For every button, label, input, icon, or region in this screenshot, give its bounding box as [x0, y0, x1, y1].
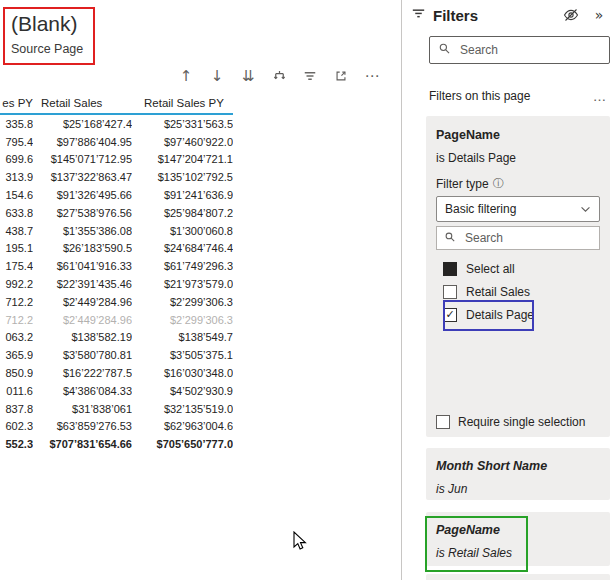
table-row[interactable]: 063.2$138’582.19$138’549.7 — [0, 329, 233, 347]
table-cell: $1’355’386.08 — [33, 225, 132, 237]
filter-state-text: is Jun — [436, 482, 600, 496]
table-cell: $705’650’777.0 — [132, 438, 233, 450]
table-cell: 795.4 — [0, 136, 33, 148]
expand-all-levels-icon[interactable] — [271, 68, 287, 84]
table-row[interactable]: 438.7$1’355’386.08$1’300’060.8 — [0, 222, 233, 240]
table-cell: $138’582.19 — [33, 331, 132, 343]
focus-mode-icon[interactable] — [333, 68, 349, 84]
table-cell: $135’102’792.5 — [132, 171, 233, 183]
table-row[interactable]: 699.6$145’071’712.95$147’204’721.1 — [0, 151, 233, 169]
go-to-next-level-icon[interactable]: ⇊ — [240, 68, 256, 84]
table-cell: $25’331’563.5 — [132, 118, 233, 130]
filter-card-search-input[interactable] — [463, 230, 592, 246]
table-cell: $145’071’712.95 — [33, 153, 132, 165]
table-row[interactable]: 633.8$27’538’976.56$25’984’807.2 — [0, 204, 233, 222]
table-cell: 154.6 — [0, 189, 33, 201]
table-cell: 633.8 — [0, 207, 33, 219]
visual-header-toolbar: ↑ ↓ ⇊ ⋯ — [178, 64, 380, 88]
table-row[interactable]: 365.9$3’580’780.81$3’505’375.1 — [0, 346, 233, 364]
table-cell: $22’391’435.46 — [33, 278, 132, 290]
table-cell: 699.6 — [0, 153, 33, 165]
table-row[interactable]: 850.9$16’222’787.5$16’030’348.0 — [0, 364, 233, 382]
filter-card-month-short-name[interactable]: Month Short Name is Jun — [426, 448, 610, 500]
report-canvas: (Blank) Source Page ↑ ↓ ⇊ ⋯ — [0, 0, 401, 580]
filter-card-search-box[interactable] — [436, 226, 600, 250]
table-cell: $4’386’084.33 — [33, 385, 132, 397]
mouse-cursor — [292, 531, 312, 551]
table-row[interactable]: 712.2$2’449’284.96$2’299’306.3 — [0, 311, 233, 329]
table-row[interactable]: 552.3$707’831’654.66$705’650’777.0 — [0, 435, 233, 453]
filter-option-retail-sales[interactable]: Retail Sales — [443, 280, 600, 303]
filters-applied-icon[interactable] — [302, 68, 318, 84]
drill-down-icon[interactable]: ↓ — [209, 68, 225, 84]
table-cell: $137’322’863.47 — [33, 171, 132, 183]
filter-option-select-all[interactable]: Select all — [443, 257, 600, 280]
filter-field-name: Month Short Name — [436, 459, 600, 474]
table-row[interactable]: 795.4$97’886’404.95$97’460’922.0 — [0, 133, 233, 151]
filter-option-details-page[interactable]: ✓Details Page — [443, 303, 600, 326]
checkbox-indeterminate[interactable] — [443, 262, 457, 276]
table-cell: 712.2 — [0, 314, 33, 326]
column-header-retail-sales[interactable]: Retail Sales — [33, 97, 132, 109]
filter-card-partial — [426, 574, 610, 580]
table-row[interactable]: 335.8$25’168’427.4$25’331’563.5 — [0, 115, 233, 133]
filter-type-label-row: Filter type ⓘ — [436, 176, 600, 191]
table-row[interactable]: 992.2$22’391’435.46$21’973’579.0 — [0, 275, 233, 293]
chevron-down-icon — [580, 202, 591, 216]
table-cell: $25’168’427.4 — [33, 118, 132, 130]
table-cell: $61’749’296.3 — [132, 260, 233, 272]
table-cell: $61’041’916.33 — [33, 260, 132, 272]
table-row[interactable]: 712.2$2’449’284.96$2’299’306.3 — [0, 293, 233, 311]
table-cell: $97’460’922.0 — [132, 136, 233, 148]
table-cell: $2’299’306.3 — [132, 296, 233, 308]
table-cell: $2’299’306.3 — [132, 314, 233, 326]
table-body: 335.8$25’168’427.4$25’331’563.5795.4$97’… — [0, 115, 233, 453]
checkbox-unchecked[interactable] — [443, 285, 457, 299]
table-cell: $16’222’787.5 — [33, 367, 132, 379]
section-more-options-icon[interactable]: … — [593, 89, 606, 104]
filter-state-text: is Details Page — [436, 151, 600, 165]
table-cell: 992.2 — [0, 278, 33, 290]
table-cell: 837.8 — [0, 403, 33, 415]
table-cell: $2’449’284.96 — [33, 314, 132, 326]
table-cell: 335.8 — [0, 118, 33, 130]
filter-type-dropdown[interactable]: Basic filtering — [436, 196, 600, 222]
filters-pane-header: Filters » — [412, 2, 608, 28]
table-row[interactable]: 602.3$63’859’276.53$62’963’004.6 — [0, 418, 233, 436]
table-cell: $4’502’930.9 — [132, 385, 233, 397]
filter-option-label: Details Page — [466, 308, 534, 322]
filters-search-box[interactable] — [429, 36, 610, 64]
table-cell: $26’183’590.5 — [33, 242, 132, 254]
table-cell: $97’886’404.95 — [33, 136, 132, 148]
drill-up-icon[interactable]: ↑ — [178, 68, 194, 84]
table-cell: 313.9 — [0, 171, 33, 183]
table-cell: 850.9 — [0, 367, 33, 379]
column-header-sales-py[interactable]: es PY — [0, 97, 33, 109]
table-cell: $16’030’348.0 — [132, 367, 233, 379]
table-row[interactable]: 011.6$4’386’084.33$4’502’930.9 — [0, 382, 233, 400]
hide-pane-eye-slash-icon[interactable] — [562, 6, 580, 24]
checkbox-checked[interactable]: ✓ — [443, 308, 457, 322]
checkbox-unchecked[interactable] — [436, 415, 450, 429]
filter-field-name: PageName — [436, 523, 600, 538]
table-row[interactable]: 313.9$137’322’863.47$135’102’792.5 — [0, 168, 233, 186]
filters-search-input[interactable] — [458, 42, 601, 58]
filter-card-pagename-retail-sales[interactable]: PageName is Retail Sales — [426, 512, 610, 566]
filter-option-label: Select all — [466, 262, 515, 276]
table-cell: 011.6 — [0, 385, 33, 397]
search-icon — [444, 229, 456, 247]
filter-funnel-icon — [412, 6, 425, 24]
table-row[interactable]: 175.4$61’041’916.33$61’749’296.3 — [0, 257, 233, 275]
more-options-icon[interactable]: ⋯ — [364, 68, 380, 84]
table-cell: $62’963’004.6 — [132, 420, 233, 432]
table-row[interactable]: 195.1$26’183’590.5$24’684’746.4 — [0, 240, 233, 258]
collapse-pane-icon[interactable]: » — [590, 6, 608, 24]
table-row[interactable]: 154.6$91’326’495.66$91’241’636.9 — [0, 186, 233, 204]
column-header-retail-sales-py[interactable]: Retail Sales PY — [132, 97, 233, 109]
info-icon[interactable]: ⓘ — [493, 178, 504, 189]
table-cell: $3’580’780.81 — [33, 349, 132, 361]
require-single-selection-row[interactable]: Require single selection — [436, 415, 585, 429]
table-cell: 063.2 — [0, 331, 33, 343]
filter-card-pagename: PageName is Details Page Filter type ⓘ B… — [426, 116, 610, 437]
table-row[interactable]: 837.8$31’838’061$32’135’519.0 — [0, 400, 233, 418]
